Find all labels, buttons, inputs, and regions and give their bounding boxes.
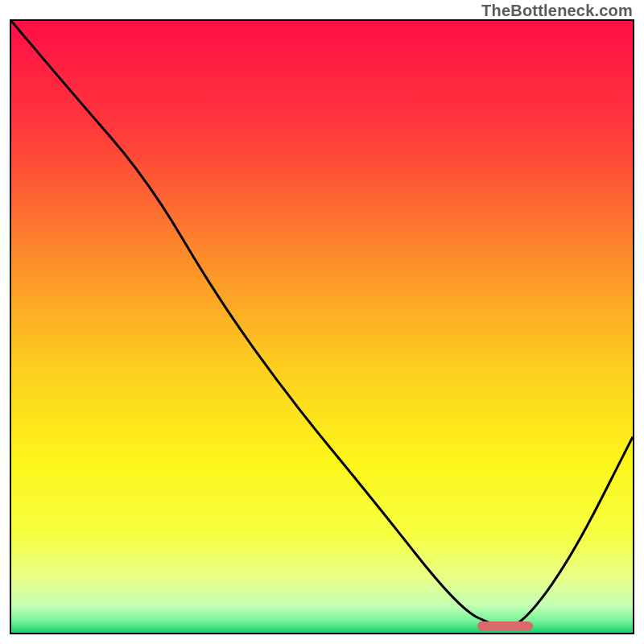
optimal-range-marker xyxy=(477,621,533,631)
watermark-text: TheBottleneck.com xyxy=(481,2,633,20)
chart-frame xyxy=(10,19,634,634)
curve-svg xyxy=(11,21,633,633)
bottleneck-curve xyxy=(11,21,633,626)
